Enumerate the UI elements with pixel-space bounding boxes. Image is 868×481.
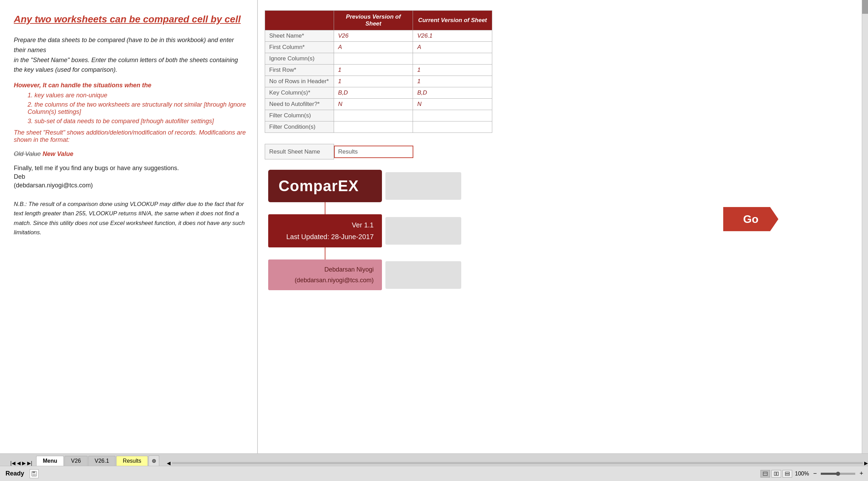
tab-nav-prev[interactable]: ◀ xyxy=(17,460,21,466)
tab-v26[interactable]: V26 xyxy=(64,456,87,466)
list-item-2: 2. the columns of the two worksheets are… xyxy=(28,101,247,116)
result-sheet-cell xyxy=(334,144,414,159)
tab-bar: |◀ ◀ ▶ ▶| Menu V26 V26.1 Results ⊕ ◀ ▶ xyxy=(0,453,868,466)
page-break-icon[interactable] xyxy=(783,470,792,478)
nb-note: N.B.: The result of a comparison done us… xyxy=(14,199,247,237)
tab-menu[interactable]: Menu xyxy=(36,456,64,466)
row-curr-3: 1 xyxy=(413,65,492,76)
brand-side-1 xyxy=(385,172,461,200)
brand-version-row: Ver 1.1 Last Updated: 28-June-2017 xyxy=(268,214,861,247)
tab-nav-next[interactable]: ▶ xyxy=(22,460,26,466)
brand-last-updated: Last Updated: 28-June-2017 xyxy=(276,231,374,243)
table-row: No of Rows in Header* 1 1 xyxy=(265,76,492,87)
row-label-7: Filter Column(s) xyxy=(265,110,334,121)
row-prev-1: A xyxy=(334,42,413,53)
brand-version: Ver 1.1 xyxy=(276,219,374,231)
row-prev-7 xyxy=(334,110,413,121)
save-icon[interactable] xyxy=(30,469,39,478)
row-prev-6: N xyxy=(334,99,413,110)
however-text: However, It can handle the situations wh… xyxy=(14,82,247,89)
page-layout-icon[interactable] xyxy=(771,470,781,478)
col-header-curr: Current Version of Sheet xyxy=(413,11,492,30)
table-row: Need to Autofilter?* N N xyxy=(265,99,492,110)
row-prev-3: 1 xyxy=(334,65,413,76)
scrollbar[interactable] xyxy=(862,0,868,466)
row-curr-6: N xyxy=(413,99,492,110)
status-bar: Ready 100% − + xyxy=(0,466,868,481)
table-row: Ignore Column(s) xyxy=(265,53,492,65)
tab-nav-last[interactable]: ▶| xyxy=(27,460,32,466)
zoom-minus-button[interactable]: − xyxy=(812,470,818,477)
normal-view-icon[interactable] xyxy=(760,470,770,478)
list-item-1: 1. key values are non-unique xyxy=(28,92,247,99)
tab-new[interactable]: ⊕ xyxy=(149,455,159,466)
table-row: First Row* 1 1 xyxy=(265,65,492,76)
status-ready: Ready xyxy=(3,469,26,478)
svg-rect-7 xyxy=(785,472,789,473)
row-label-3: First Row* xyxy=(265,65,334,76)
result-sheet-row: Result Sheet Name xyxy=(265,137,861,159)
svg-rect-6 xyxy=(777,472,778,475)
brand-author: Debdarsan Niyogi xyxy=(276,264,374,275)
result-sheet-input[interactable] xyxy=(334,146,413,158)
result-description: The sheet "Result" shows addition/deleti… xyxy=(14,129,247,144)
brand-version-box: Ver 1.1 Last Updated: 28-June-2017 xyxy=(268,214,382,247)
row-prev-8 xyxy=(334,121,413,133)
row-label-1: First Column* xyxy=(265,42,334,53)
svg-rect-3 xyxy=(763,472,767,475)
brand-section: ComparEX Ver 1.1 Last Updated: 28-June-2… xyxy=(268,170,861,290)
svg-rect-1 xyxy=(32,471,35,473)
row-label-8: Filter Condition(s) xyxy=(265,121,334,133)
brand-side-2 xyxy=(385,217,461,245)
row-label-5: Key Column(s)* xyxy=(265,87,334,99)
finally-line1: Finally, tell me if you find any bugs or… xyxy=(14,165,247,172)
tab-v261[interactable]: V26.1 xyxy=(88,456,116,466)
row-curr-4: 1 xyxy=(413,76,492,87)
brand-title-row: ComparEX xyxy=(268,170,861,202)
brand-connector-1 xyxy=(325,202,325,214)
row-label-4: No of Rows in Header* xyxy=(265,76,334,87)
brand-email: (debdarsan.niyogi@tcs.com) xyxy=(276,275,374,286)
tab-scroll-left[interactable]: ◀ xyxy=(167,460,171,466)
zoom-plus-button[interactable]: + xyxy=(858,470,865,477)
col-header-blank xyxy=(265,11,334,30)
view-icons xyxy=(760,470,792,478)
brand-author-row: Debdarsan Niyogi (debdarsan.niyogi@tcs.c… xyxy=(268,259,861,290)
brand-connector-2 xyxy=(325,247,325,259)
tab-scrollbar xyxy=(172,462,863,464)
tab-nav: |◀ ◀ ▶ ▶| xyxy=(10,460,33,466)
brand-title-box: ComparEX xyxy=(268,170,382,202)
row-curr-5: B,D xyxy=(413,87,492,99)
row-label-6: Need to Autofilter?* xyxy=(265,99,334,110)
col-header-prev: Previous Version of Sheet xyxy=(334,11,413,30)
scrollbar-thumb[interactable] xyxy=(862,0,868,14)
row-curr-1: A xyxy=(413,42,492,53)
result-sheet-label: Result Sheet Name xyxy=(265,144,334,159)
row-curr-7 xyxy=(413,110,492,121)
main-title: Any two worksheets can be compared cell … xyxy=(14,14,247,25)
finally-line3: (debdarsan.niyogi@tcs.com) xyxy=(14,182,247,189)
tab-nav-first[interactable]: |◀ xyxy=(10,460,16,466)
zoom-slider[interactable] xyxy=(821,473,855,475)
row-prev-5: B,D xyxy=(334,87,413,99)
row-curr-2 xyxy=(413,53,492,65)
new-value-label: New Value xyxy=(42,150,73,157)
result-sheet-table: Result Sheet Name xyxy=(265,144,413,159)
tab-results[interactable]: Results xyxy=(116,456,148,466)
intro-text: Prepare the data sheets to be compared (… xyxy=(14,35,247,75)
row-label-0: Sheet Name* xyxy=(265,30,334,42)
brand-author-box: Debdarsan Niyogi (debdarsan.niyogi@tcs.c… xyxy=(268,259,382,290)
tab-scroll-area: ◀ ▶ xyxy=(167,460,868,466)
table-row: Filter Column(s) xyxy=(265,110,492,121)
row-curr-0: V26.1 xyxy=(413,30,492,42)
tab-scroll-right[interactable]: ▶ xyxy=(864,460,868,466)
svg-rect-2 xyxy=(32,474,36,476)
intro-line2: in the "Sheet Name" boxes. Enter the col… xyxy=(14,57,238,73)
svg-rect-8 xyxy=(785,474,789,475)
row-prev-4: 1 xyxy=(334,76,413,87)
row-curr-8 xyxy=(413,121,492,133)
table-row: Key Column(s)* B,D B,D xyxy=(265,87,492,99)
status-left: Ready xyxy=(3,469,39,478)
finally-line2: Deb xyxy=(14,173,247,180)
table-row: Sheet Name* V26 V26.1 xyxy=(265,30,492,42)
